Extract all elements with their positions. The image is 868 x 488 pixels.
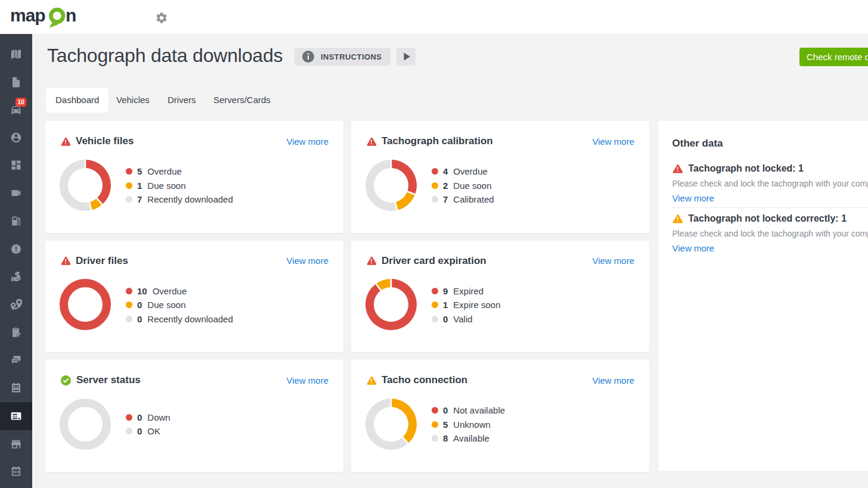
svg-text:NEW: NEW	[13, 471, 20, 474]
svg-text:n: n	[66, 5, 76, 25]
svg-text:map: map	[10, 5, 45, 25]
